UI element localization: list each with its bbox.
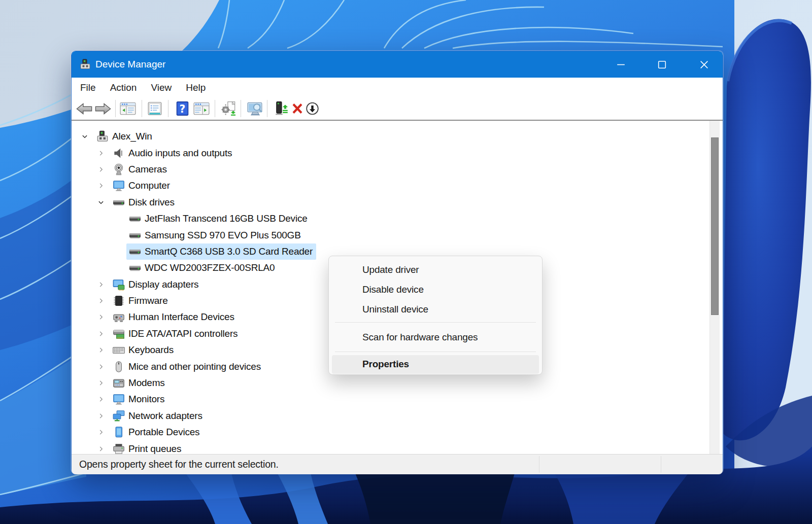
tree-node-alex-win[interactable]: Alex_Win xyxy=(72,128,723,145)
uninstall-device-toolbar-button[interactable] xyxy=(290,99,305,118)
hid-icon xyxy=(112,310,125,324)
chevron-collapsed-icon[interactable] xyxy=(95,393,107,405)
tree-node-label: Audio inputs and outputs xyxy=(128,148,232,159)
context-menu-item-uninstall-device[interactable]: Uninstall device xyxy=(331,300,540,320)
keyboard-icon xyxy=(112,343,125,357)
chevron-collapsed-icon[interactable] xyxy=(95,163,107,176)
scrollbar-thumb[interactable] xyxy=(711,137,719,315)
toolbar-separator xyxy=(241,100,241,117)
chevron-collapsed-icon[interactable] xyxy=(95,377,107,389)
chevron-collapsed-icon[interactable] xyxy=(95,426,107,438)
chevron-collapsed-icon[interactable] xyxy=(95,180,107,192)
printer-icon xyxy=(112,442,125,454)
tree-node-jetflash-transcend-16gb-usb-device[interactable]: JetFlash Transcend 16GB USB Device xyxy=(72,211,723,227)
tree-node-print-queues[interactable]: Print queues xyxy=(72,440,723,454)
toolbar-separator xyxy=(168,100,168,117)
context-menu-separator xyxy=(335,322,536,323)
chevron-collapsed-icon[interactable] xyxy=(95,295,107,307)
toolbar-separator xyxy=(142,100,142,117)
tree-node-label: Computer xyxy=(128,180,170,191)
chevron-collapsed-icon[interactable] xyxy=(95,328,107,340)
tree-node-computer[interactable]: Computer xyxy=(72,178,723,194)
tree-node-samsung-ssd-970-evo-plus-500gb[interactable]: Samsung SSD 970 EVO Plus 500GB xyxy=(72,227,723,243)
svg-text:?: ? xyxy=(180,103,186,115)
tree-node-label: Alex_Win xyxy=(112,131,152,142)
chevron-collapsed-icon[interactable] xyxy=(95,278,107,291)
chevron-collapsed-icon[interactable] xyxy=(95,443,107,454)
device-manager-window: Device Manager FileActionViewHelp ? Alex… xyxy=(71,51,723,474)
chevron-collapsed-icon[interactable] xyxy=(95,361,107,373)
tree-node-label: Cameras xyxy=(128,164,167,175)
chevron-collapsed-icon[interactable] xyxy=(95,410,107,422)
tree-node-modems[interactable]: Modems xyxy=(72,375,723,391)
computer-root-icon xyxy=(96,130,109,143)
forward-toolbar-button[interactable] xyxy=(94,99,112,118)
chevron-collapsed-icon[interactable] xyxy=(95,147,107,159)
help-toolbar-button[interactable]: ? xyxy=(176,99,189,118)
tree-node-cameras[interactable]: Cameras xyxy=(72,161,723,178)
tree-node-label: WDC WD2003FZEX-00SRLA0 xyxy=(145,262,275,273)
back-toolbar-button[interactable] xyxy=(76,99,93,118)
toolbar-separator xyxy=(267,100,267,117)
menu-help[interactable]: Help xyxy=(179,78,213,97)
disk-icon xyxy=(128,245,142,258)
statusbar-divider xyxy=(539,456,539,473)
audio-icon xyxy=(112,147,125,160)
tree-node-label: Display adapters xyxy=(128,279,198,290)
toolbar: ? xyxy=(72,97,723,121)
disable-device-toolbar-button[interactable] xyxy=(305,99,320,118)
chevron-collapsed-icon[interactable] xyxy=(95,344,107,356)
tree-node-label: Human Interface Devices xyxy=(128,311,234,323)
network-icon xyxy=(112,409,125,423)
tree-node-portable-devices[interactable]: Portable Devices xyxy=(72,424,723,440)
chevron-collapsed-icon[interactable] xyxy=(95,311,107,323)
disk-icon xyxy=(128,229,142,242)
minimize-button[interactable] xyxy=(610,51,632,78)
tree-node-audio-inputs-and-outputs[interactable]: Audio inputs and outputs xyxy=(72,145,723,161)
toolbar-separator xyxy=(215,100,215,117)
close-button[interactable] xyxy=(693,51,715,78)
menu-action[interactable]: Action xyxy=(103,78,144,97)
chevron-expanded-icon[interactable] xyxy=(95,196,107,208)
tree-node-monitors[interactable]: Monitors xyxy=(72,391,723,407)
tree-node-label: Portable Devices xyxy=(128,427,199,438)
chevron-spacer xyxy=(111,229,123,241)
tree-node-network-adapters[interactable]: Network adapters xyxy=(72,408,723,424)
context-menu-item-disable-device[interactable]: Disable device xyxy=(331,280,540,300)
scan-hardware-changes-toolbar-button[interactable] xyxy=(246,99,264,118)
tree-node-label: Firmware xyxy=(128,295,168,306)
disk-icon xyxy=(128,261,142,274)
menu-file[interactable]: File xyxy=(73,78,103,97)
modem-icon xyxy=(112,376,125,390)
tree-node-label: Disk drives xyxy=(128,197,175,208)
tree-node-label: SmartQ C368 USB 3.0 SD Card Reader xyxy=(145,246,313,257)
tree-node-disk-drives[interactable]: Disk drives xyxy=(72,194,723,211)
action-pane-toolbar-button[interactable] xyxy=(193,99,210,118)
statusbar-divider xyxy=(661,456,661,473)
menu-view[interactable]: View xyxy=(144,78,179,97)
update-driver-scan-toolbar-button[interactable] xyxy=(221,99,237,118)
tree-node-label: Network adapters xyxy=(128,410,202,422)
update-device-toolbar-button[interactable] xyxy=(275,99,289,118)
portable-icon xyxy=(112,426,125,439)
context-menu: Update driverDisable deviceUninstall dev… xyxy=(328,256,543,375)
monitor-icon xyxy=(112,393,125,406)
chevron-spacer xyxy=(111,262,123,274)
tree-node-label: Samsung SSD 970 EVO Plus 500GB xyxy=(145,230,301,241)
disk-icon xyxy=(128,212,142,225)
display-adapter-icon xyxy=(112,278,125,291)
context-menu-item-properties[interactable]: Properties xyxy=(332,355,539,374)
context-menu-item-scan-for-hardware-changes[interactable]: Scan for hardware changes xyxy=(331,326,540,349)
status-bar: Opens property sheet for the current sel… xyxy=(72,454,723,474)
tree-node-label: Print queues xyxy=(128,443,181,454)
chevron-expanded-icon[interactable] xyxy=(79,130,91,143)
vertical-scrollbar[interactable] xyxy=(709,121,720,454)
tree-node-label: Keyboards xyxy=(128,344,174,356)
monitor-icon xyxy=(112,179,125,192)
maximize-button[interactable] xyxy=(651,51,673,78)
show-console-tree-toolbar-button[interactable] xyxy=(120,99,136,118)
properties-toolbar-button[interactable] xyxy=(147,99,162,118)
tree-node-label: Monitors xyxy=(128,394,164,405)
tree-node-label: IDE ATA/ATAPI controllers xyxy=(128,328,238,339)
context-menu-item-update-driver[interactable]: Update driver xyxy=(331,260,540,280)
